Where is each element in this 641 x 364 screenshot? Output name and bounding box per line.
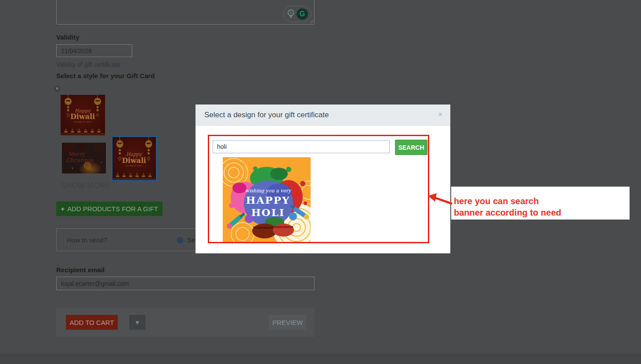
add-products-button[interactable]: + ADD PRODUCTS FOR A GIFT <box>56 202 163 216</box>
add-products-label: ADD PRODUCTS FOR A GIFT <box>67 205 158 213</box>
recipient-email-input[interactable] <box>56 277 315 290</box>
design-select-modal: Select a design for your gift certificat… <box>196 105 450 253</box>
gift-card-thumb-diwali-selected[interactable]: Happy Diwali FESTIVAL OF LIGHTS <box>112 136 157 181</box>
add-to-cart-button[interactable]: ADD TO CART <box>66 315 118 330</box>
diwali-text-festival: FESTIVAL OF LIGHTS <box>74 121 92 123</box>
send-radio[interactable] <box>177 237 183 243</box>
design-search-input[interactable] <box>213 140 390 153</box>
holi-banner-result[interactable]: wishing you a very HAPPY HOLI <box>223 157 311 242</box>
annotation-line2: banner according to need <box>454 207 630 218</box>
plus-icon: + <box>61 205 65 213</box>
annotation-line1: here you can search <box>454 195 630 207</box>
message-textarea[interactable]: G <box>56 0 315 25</box>
wishlist-button[interactable]: ♥ <box>129 315 145 330</box>
holi-text-happy: HAPPY <box>246 194 290 206</box>
heart-icon: ♥ <box>135 319 139 326</box>
christmas-text-merry: Merry <box>68 151 86 157</box>
close-icon[interactable]: × <box>438 110 442 119</box>
gift-card-thumb-christmas[interactable]: Merry Christmas <box>62 143 106 173</box>
christmas-text-christmas: Christmas <box>66 157 94 163</box>
holi-text-wishing: wishing you a very <box>245 188 292 194</box>
diwali-sel-text-diwali: Diwali <box>122 156 146 165</box>
show-more-link[interactable]: SHOW MORE <box>61 181 110 190</box>
validity-helper-text: Validity of gift certificate <box>56 61 120 68</box>
gift-card-style-label: Select a style for your Gift Card <box>56 72 155 79</box>
page-footer-band <box>0 353 641 364</box>
annotation-note: here you can search banner according to … <box>451 187 630 220</box>
annotation-arrow-icon <box>427 192 453 206</box>
holi-text-holi: HOLI <box>251 206 285 218</box>
lightbulb-icon <box>287 9 295 19</box>
how-to-send-label: How to send? <box>67 236 107 244</box>
modal-header: Select a design for your gift certificat… <box>196 105 450 126</box>
diwali-sel-text-festival: FESTIVAL OF LIGHTS <box>125 165 143 167</box>
search-button[interactable]: SEARCH <box>395 140 427 155</box>
textarea-resize-handle[interactable] <box>309 19 313 23</box>
grammarly-logo-icon: G <box>297 8 308 20</box>
modal-title: Select a design for your gift certificat… <box>204 111 329 119</box>
recipient-email-label: Recipient email* <box>56 266 109 274</box>
gift-certificate-page: G Validity* Validity of gift certificate… <box>0 0 641 364</box>
preview-button[interactable]: PREVIEW <box>269 315 306 330</box>
deselect-style-icon[interactable]: ✕ <box>54 86 60 92</box>
validity-label: Validity* <box>56 33 83 41</box>
grammarly-widget[interactable]: G <box>283 6 311 22</box>
validity-date-input[interactable] <box>56 44 132 57</box>
gift-card-thumb-diwali[interactable]: Happy Diwali FESTIVAL OF LIGHTS <box>61 95 105 135</box>
diwali-text-diwali: Diwali <box>70 112 95 121</box>
actions-bar: ADD TO CART ♥ PREVIEW <box>56 308 315 337</box>
